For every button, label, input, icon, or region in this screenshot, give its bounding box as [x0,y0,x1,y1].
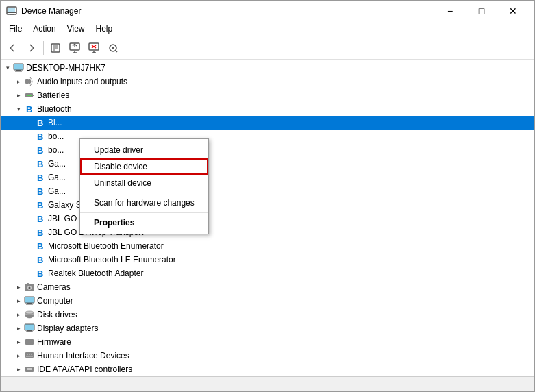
context-menu-properties[interactable]: Properties [80,215,208,231]
batteries-icon [24,90,35,101]
tree-item-hid[interactable]: ▸ Human Interface Devices [1,349,534,363]
tree-item-cameras[interactable]: ▸ Cameras [1,280,534,294]
toolbar-uninstall-button[interactable] [85,39,103,57]
cameras-expand-icon: ▸ [13,282,24,293]
tree-item-disk[interactable]: ▸ Disk drives [1,308,534,321]
toolbar-forward-button[interactable] [23,39,40,57]
batteries-expand-icon: ▸ [13,90,24,101]
svg-rect-50 [26,332,33,332]
menu-bar: File Action View Help [1,21,534,36]
root-expand-icon: ▾ [2,62,13,73]
computer-icon [24,295,35,306]
cameras-label: Cameras [37,282,534,292]
context-menu-update-driver[interactable]: Update driver [80,142,208,158]
tree-item-display[interactable]: ▸ Display adapters [1,321,534,335]
svg-rect-55 [25,352,34,358]
title-bar-controls: − □ ✕ [434,1,529,21]
disk-label: Disk drives [37,310,534,319]
toolbar-properties-button[interactable] [47,39,64,57]
bluetooth-label: Bluetooth [37,104,534,114]
svg-text:B: B [37,173,43,183]
svg-text:B: B [37,186,43,197]
menu-action[interactable]: Action [27,23,61,35]
context-menu-uninstall-device[interactable]: Uninstall device [80,175,208,191]
toolbar-scan-button[interactable] [104,39,122,57]
status-bar [1,376,534,391]
bt3-icon: B [35,145,46,156]
device-manager-window: Device Manager − □ ✕ File Action View He… [0,0,535,392]
root-computer-icon [13,62,24,73]
close-button[interactable]: ✕ [497,1,529,21]
tree-item-ide[interactable]: ▸ IDE ATA/ATAPI controllers [1,363,534,376]
batteries-label: Batteries [37,90,534,100]
tree-item-bt-1[interactable]: B Bl... [1,116,534,130]
context-menu-disable-device[interactable]: Disable device [80,158,208,175]
toolbar [1,36,534,60]
tree-item-firmware[interactable]: ▸ Firmware [1,335,534,349]
ide-label: IDE ATA/ATAPI controllers [37,365,534,374]
computer-expand-icon: ▸ [13,295,24,306]
tree-item-computer[interactable]: ▸ Computer [1,294,534,308]
bt3-expand-icon [24,145,35,156]
title-bar-left: Device Manager [6,5,81,16]
svg-text:B: B [37,241,43,252]
svg-rect-20 [15,71,22,72]
bt6-expand-icon [24,186,35,197]
bt8-expand-icon [24,213,35,224]
svg-rect-3 [10,14,14,15]
window-title: Device Manager [21,6,81,16]
svg-rect-42 [25,297,34,303]
svg-rect-24 [27,95,32,96]
hid-expand-icon: ▸ [13,350,24,361]
bt11-label: Microsoft Bluetooth LE Enumerator [48,255,534,265]
bluetooth-icon: B [24,103,35,114]
bt2-icon: B [35,131,46,142]
bt12-label: Realtek Bluetooth Adapter [48,269,534,278]
menu-file[interactable]: File [3,23,27,35]
tree-root[interactable]: ▾ DESKTOP-MHJ7HK7 [1,61,534,75]
tree-item-bt-12[interactable]: B Realtek Bluetooth Adapter [1,267,534,280]
svg-rect-41 [27,283,29,284]
tree-item-bt-10[interactable]: B Microsoft Bluetooth Enumerator [1,239,534,253]
minimize-button[interactable]: − [434,1,466,21]
bt10-icon: B [35,241,46,252]
tree-item-bt-11[interactable]: B Microsoft Bluetooth LE Enumerator [1,253,534,267]
svg-text:B: B [37,132,43,142]
disk-icon [24,309,35,320]
svg-rect-61 [27,368,32,369]
svg-text:B: B [37,228,43,238]
menu-view[interactable]: View [62,23,90,35]
bt11-icon: B [35,254,46,265]
root-label: DESKTOP-MHJ7HK7 [26,63,534,73]
svg-rect-59 [26,356,33,357]
svg-rect-48 [25,324,34,330]
toolbar-back-button[interactable] [3,39,21,57]
main-content: ▾ DESKTOP-MHJ7HK7 ▸ [1,60,534,376]
menu-help[interactable]: Help [90,23,119,35]
svg-rect-44 [26,304,33,305]
bt1-expand-icon [24,117,35,128]
hid-icon [24,350,35,361]
maximize-button[interactable]: □ [466,1,497,21]
bt10-label: Microsoft Bluetooth Enumerator [48,241,534,251]
toolbar-update-driver-button[interactable] [66,39,84,57]
svg-rect-43 [27,303,32,304]
cameras-icon [24,282,35,293]
firmware-expand-icon: ▸ [13,336,24,347]
svg-text:B: B [37,255,43,265]
title-bar: Device Manager − □ ✕ [1,1,534,21]
svg-point-40 [29,287,31,289]
display-icon [24,323,35,334]
bt7-icon: B [35,199,46,210]
tree-item-audio[interactable]: ▸ Audio inputs and outputs [1,75,534,88]
context-menu-separator-2 [80,212,208,213]
context-menu-scan-hardware[interactable]: Scan for hardware changes [80,195,208,211]
tree-item-batteries[interactable]: ▸ Batteries [1,88,534,102]
display-expand-icon: ▸ [13,323,24,334]
bt9-expand-icon [24,227,35,238]
toolbar-separator-1 [43,41,44,55]
tree-item-bluetooth[interactable]: ▾ B Bluetooth [1,102,534,116]
firmware-icon [24,336,35,347]
disk-expand-icon: ▸ [13,309,24,320]
svg-rect-21 [25,79,29,84]
